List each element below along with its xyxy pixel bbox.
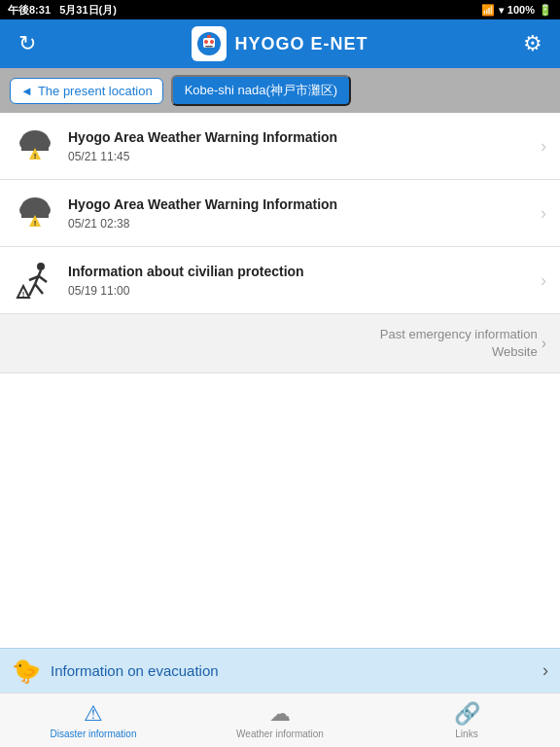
present-location-label: The present location: [38, 84, 153, 98]
weather-warning-icon-2: !: [14, 192, 56, 234]
news-item-content: Hyogo Area Weather Warning Information 0…: [68, 128, 529, 162]
tab-bar: ⚠ Disaster information ☁ Weather informa…: [0, 693, 560, 747]
chevron-right-icon: ›: [541, 203, 546, 224]
refresh-icon: ↻: [18, 31, 36, 56]
past-emergency-text: Past emergency information Website: [380, 326, 538, 361]
signal-icon: ▾: [499, 5, 504, 16]
evacuation-bird-icon: 🐤: [12, 658, 41, 685]
wifi-icon: 📶: [481, 4, 495, 17]
news-list: ! Hyogo Area Weather Warning Information…: [0, 113, 560, 374]
app-header: ↻ HYOGO E-NET ⚙: [0, 19, 560, 68]
region-label: Kobe-shi nada(神戸市灘区): [185, 83, 338, 97]
news-item-date: 05/19 11:00: [68, 284, 529, 298]
svg-point-4: [210, 40, 214, 44]
weather-tab-label: Weather information: [236, 729, 324, 740]
battery-icon: 🔋: [539, 4, 552, 17]
news-item-content: Information about civilian protection 05…: [68, 263, 529, 297]
app-title: HYOGO E-NET: [234, 34, 368, 54]
chevron-right-icon: ›: [541, 270, 546, 291]
past-emergency-line2: Website: [380, 343, 538, 361]
chevron-right-icon: ›: [541, 136, 546, 157]
location-bar: ◄ The present location Kobe-shi nada(神戸市…: [0, 68, 560, 113]
news-item-title: Information about civilian protection: [68, 263, 529, 280]
past-emergency-row[interactable]: Past emergency information Website ›: [0, 314, 560, 374]
news-item-date: 05/21 11:45: [68, 150, 529, 163]
news-item-title: Hyogo Area Weather Warning Information: [68, 196, 529, 213]
weather-warning-icon: !: [14, 124, 56, 167]
status-bar: 午後8:31 5月31日(月) 📶 ▾ 100% 🔋: [0, 0, 560, 19]
past-emergency-line1: Past emergency information: [380, 326, 538, 343]
location-arrow-icon: ◄: [20, 84, 33, 98]
news-item-title: Hyogo Area Weather Warning Information: [68, 128, 529, 146]
disaster-tab-label: Disaster information: [51, 729, 137, 740]
news-item-content: Hyogo Area Weather Warning Information 0…: [68, 196, 529, 230]
civilian-protection-icon: !: [14, 259, 56, 302]
svg-line-24: [39, 276, 47, 282]
svg-rect-6: [207, 35, 211, 38]
evacuation-banner[interactable]: 🐤 Information on evacuation ›: [0, 648, 560, 693]
date-display: 5月31日(月): [59, 4, 117, 16]
svg-text:!: !: [34, 219, 37, 228]
disaster-tab-icon: ⚠: [84, 701, 103, 727]
evacuation-label: Information on evacuation: [51, 662, 542, 679]
news-item-date: 05/21 02:38: [68, 217, 529, 231]
main-content: ! Hyogo Area Weather Warning Information…: [0, 113, 560, 648]
battery-indicator: 100%: [508, 4, 535, 16]
evacuation-chevron-icon: ›: [542, 660, 548, 681]
app-logo: [192, 26, 227, 61]
present-location-button[interactable]: ◄ The present location: [10, 78, 163, 104]
svg-point-19: [37, 263, 45, 270]
svg-rect-5: [205, 46, 213, 48]
refresh-button[interactable]: ↻: [12, 28, 43, 59]
news-item[interactable]: ! Hyogo Area Weather Warning Information…: [0, 180, 560, 247]
settings-button[interactable]: ⚙: [517, 28, 548, 59]
svg-text:!: !: [22, 290, 25, 299]
region-button[interactable]: Kobe-shi nada(神戸市灘区): [171, 75, 352, 106]
header-title-area: HYOGO E-NET: [192, 26, 368, 61]
tab-weather-information[interactable]: ☁ Weather information: [187, 694, 373, 747]
news-item[interactable]: ! Hyogo Area Weather Warning Information…: [0, 113, 560, 180]
past-emergency-chevron-icon: ›: [542, 335, 546, 352]
svg-text:!: !: [34, 152, 37, 160]
svg-point-3: [204, 40, 208, 44]
time-display: 午後8:31: [8, 4, 51, 16]
content-spacer: [0, 374, 560, 648]
weather-tab-icon: ☁: [269, 701, 291, 727]
svg-line-21: [29, 284, 35, 296]
settings-icon: ⚙: [523, 31, 542, 56]
links-tab-icon: 🔗: [454, 701, 480, 727]
tab-disaster-information[interactable]: ⚠ Disaster information: [0, 694, 187, 747]
svg-line-22: [35, 284, 43, 294]
links-tab-label: Links: [455, 729, 477, 740]
news-item[interactable]: ! Information about civilian protection …: [0, 247, 560, 314]
status-indicators: 📶 ▾ 100% 🔋: [481, 4, 552, 17]
tab-links[interactable]: 🔗 Links: [373, 694, 560, 747]
status-time: 午後8:31 5月31日(月): [8, 3, 117, 18]
